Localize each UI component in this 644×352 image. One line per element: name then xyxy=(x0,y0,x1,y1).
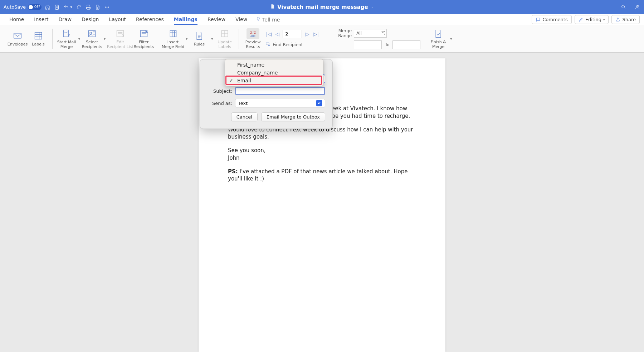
to-field-dropdown: First_name Company_name Email xyxy=(225,59,323,86)
select-recipients-button[interactable]: Select Recipients xyxy=(82,28,102,49)
select-recipients-icon xyxy=(87,28,97,39)
start-mail-merge-label: Start Mail Merge xyxy=(57,40,76,49)
tab-home[interactable]: Home xyxy=(4,14,29,25)
send-as-stepper-icon: ▴▾ xyxy=(316,100,322,106)
tab-review[interactable]: Review xyxy=(203,14,230,25)
merge-from-input[interactable] xyxy=(354,40,382,49)
update-labels-button: Update Labels xyxy=(214,25,235,52)
tab-view[interactable]: View xyxy=(230,14,252,25)
toggle-track[interactable]: OFF xyxy=(28,4,42,10)
svg-rect-12 xyxy=(170,30,176,37)
svg-point-0 xyxy=(105,7,106,8)
dropdown-item-email[interactable]: Email xyxy=(225,77,323,85)
dropdown-item-company-name[interactable]: Company_name xyxy=(225,69,323,77)
svg-rect-15 xyxy=(266,43,269,45)
subject-input[interactable] xyxy=(235,87,325,95)
svg-point-3 xyxy=(622,5,625,8)
send-as-value: Text xyxy=(238,101,248,106)
update-labels-label: Update Labels xyxy=(218,40,232,49)
start-mail-merge-button[interactable]: Start Mail Merge xyxy=(56,28,77,49)
last-record-icon[interactable]: ▷| xyxy=(313,31,319,37)
merge-to-input[interactable] xyxy=(392,40,420,49)
bulb-icon xyxy=(256,16,261,23)
save-icon[interactable] xyxy=(54,4,60,10)
signature-text: John xyxy=(228,154,416,161)
find-recipient-button[interactable]: Find Recipient xyxy=(265,42,319,48)
pencil-icon xyxy=(579,17,584,22)
first-record-icon[interactable]: |◁ xyxy=(265,31,272,37)
svg-point-2 xyxy=(108,7,109,8)
document-icon xyxy=(270,4,275,11)
subject-label: Subject: xyxy=(207,88,232,94)
undo-dropdown-icon[interactable]: ▾ xyxy=(69,5,73,9)
send-as-select[interactable]: Text ▴▾ xyxy=(235,99,325,107)
title-bar-center: Vivatech mail merge message ⌄ xyxy=(270,4,374,11)
svg-point-4 xyxy=(636,5,638,7)
merge-range-label: Merge Range xyxy=(327,28,352,38)
insert-merge-field-dropdown[interactable]: ▾ xyxy=(184,37,189,41)
ps-text: I've attached a PDF of that news article… xyxy=(228,168,408,182)
print-icon[interactable] xyxy=(85,4,92,10)
svg-rect-6 xyxy=(35,33,42,39)
share-activity-icon[interactable] xyxy=(634,4,640,10)
filter-recipients-button[interactable]: Filter Recipients xyxy=(133,25,154,52)
toggle-knob xyxy=(29,5,33,9)
next-record-icon[interactable]: ▷ xyxy=(304,31,311,37)
autosave-toggle[interactable]: AutoSave OFF xyxy=(4,4,42,10)
labels-button[interactable]: Labels xyxy=(28,25,49,52)
finish-merge-icon xyxy=(433,28,443,39)
prev-record-icon[interactable]: ◁ xyxy=(274,31,280,37)
editing-button[interactable]: Editing ▾ xyxy=(575,15,609,24)
rules-button[interactable]: Rules xyxy=(189,30,210,47)
rules-label: Rules xyxy=(194,42,205,47)
envelopes-button[interactable]: Envelopes xyxy=(7,25,28,52)
merge-range-value: All xyxy=(356,31,362,36)
title-bar-right xyxy=(620,4,640,10)
tab-draw[interactable]: Draw xyxy=(54,14,77,25)
envelope-icon xyxy=(13,30,23,41)
dropdown-item-first-name[interactable]: First_name xyxy=(225,61,323,69)
preview-results-button[interactable]: ABC Preview Results xyxy=(243,25,263,52)
mail-merge-icon xyxy=(62,28,72,39)
more-icon[interactable] xyxy=(104,4,110,10)
share-button[interactable]: Share xyxy=(611,15,640,24)
rules-icon xyxy=(194,30,204,41)
rules-dropdown[interactable]: ▾ xyxy=(210,37,214,41)
search-icon[interactable] xyxy=(620,4,627,10)
ps-label: PS: xyxy=(228,168,238,175)
tell-me-label: Tell me xyxy=(262,17,280,23)
tab-references[interactable]: References xyxy=(131,14,169,25)
comments-button[interactable]: Comments xyxy=(532,15,571,24)
record-number-input[interactable] xyxy=(283,30,302,38)
merge-to-label: To xyxy=(384,42,390,47)
tell-me-search[interactable]: Tell me xyxy=(252,14,283,25)
edit-list-icon xyxy=(115,28,125,39)
find-recipient-label: Find Recipient xyxy=(273,42,303,47)
finish-merge-button[interactable]: Finish & Merge xyxy=(428,28,449,49)
title-dropdown-icon[interactable]: ⌄ xyxy=(371,5,374,9)
document-title[interactable]: Vivatech mail merge message xyxy=(277,4,368,10)
find-icon xyxy=(265,42,270,48)
start-mail-merge-dropdown[interactable]: ▾ xyxy=(77,37,82,41)
tab-design[interactable]: Design xyxy=(77,14,104,25)
share-icon xyxy=(615,17,620,22)
merge-range-select[interactable]: All ▴▾ xyxy=(354,29,387,38)
select-recipients-dropdown[interactable]: ▾ xyxy=(102,37,107,41)
tab-insert[interactable]: Insert xyxy=(29,14,53,25)
tab-layout[interactable]: Layout xyxy=(104,14,131,25)
ribbon-tabs: Home Insert Draw Design Layout Reference… xyxy=(0,14,644,25)
insert-merge-field-button[interactable]: Insert Merge Field xyxy=(162,28,184,49)
svg-point-1 xyxy=(107,7,107,8)
cancel-button[interactable]: Cancel xyxy=(231,112,258,121)
undo-icon[interactable] xyxy=(63,4,69,10)
template-icon[interactable] xyxy=(94,4,101,10)
email-merge-button[interactable]: Email Merge to Outbox xyxy=(261,112,325,121)
home-icon[interactable] xyxy=(44,4,51,10)
finish-merge-dropdown[interactable]: ▾ xyxy=(449,37,453,41)
redo-icon[interactable] xyxy=(76,4,82,10)
svg-rect-8 xyxy=(88,30,95,37)
labels-label: Labels xyxy=(32,42,44,47)
finish-merge-label: Finish & Merge xyxy=(431,40,446,49)
title-bar: AutoSave OFF ▾ Vivatech mail merge messa… xyxy=(0,0,644,14)
tab-mailings[interactable]: Mailings xyxy=(169,14,203,25)
